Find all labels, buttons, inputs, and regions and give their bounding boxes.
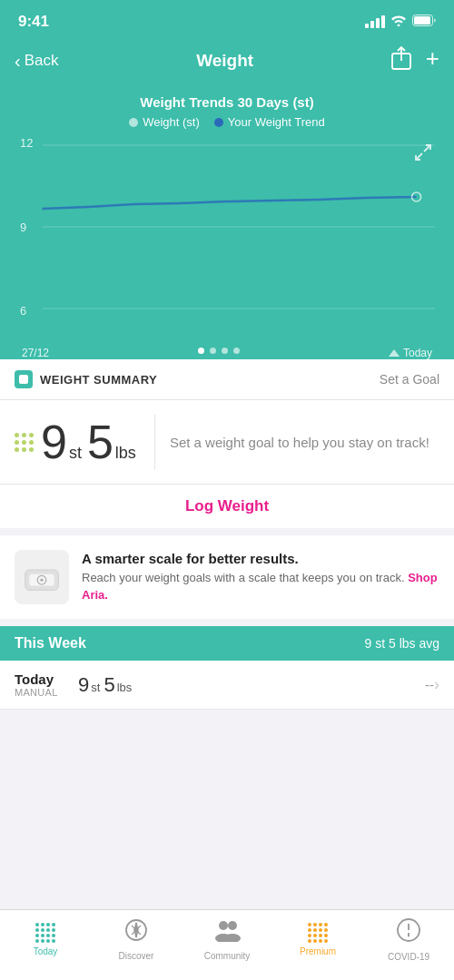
day-bmi: -- [425,677,434,692]
tab-premium-label: Premium [300,946,336,956]
x-label-end: Today [403,347,432,359]
log-weight-section: Log Weight [0,485,454,535]
x-dot-3 [222,348,228,354]
tab-discover-label: Discover [119,951,154,961]
weight-st-unit: st [69,444,82,463]
premium-icon [308,923,328,943]
community-icon [213,918,241,947]
weight-summary-content: 9 st 5 lbs Set a weight goal to help you… [0,400,454,485]
scale-ad: A smarter scale for better results. Reac… [0,535,454,626]
x-dot-1 [198,348,204,354]
x-dot-2 [210,348,216,354]
nav-actions: + [391,46,439,75]
back-chevron-icon: ‹ [15,51,21,72]
set-goal-button[interactable]: Set a Goal [380,372,439,387]
status-icons [365,14,436,30]
back-label: Back [25,52,59,70]
wifi-icon [390,15,407,29]
day-weight-st: 9 [78,673,89,697]
battery-icon [412,14,436,30]
day-name: Today [15,671,78,687]
svg-line-8 [424,145,430,152]
status-bar: 9:41 [0,0,454,40]
chart-y-labels: 12 9 6 [15,136,38,318]
nav-title: Weight [196,51,253,71]
x-dot-4 [233,348,240,354]
status-time: 9:41 [18,13,49,31]
tab-bar: Today Discover C [0,909,454,980]
chart-x-row: 27/12 Today [15,345,439,359]
chart-container: 12 9 6 [15,136,439,345]
tab-covid[interactable]: COVID-19 [363,917,454,962]
this-week-title: This Week [15,635,86,652]
day-weight-lbs-unit: lbs [117,681,133,694]
discover-icon [124,918,148,947]
tab-community[interactable]: Community [182,918,272,961]
svg-line-9 [416,153,422,160]
log-weight-button[interactable]: Log Weight [185,497,269,514]
weight-current: 9 st 5 lbs [15,418,136,466]
svg-point-21 [228,921,237,930]
section-icon [15,370,33,388]
day-weight: 9 st 5 lbs [78,673,410,697]
x-pagination-dots [198,348,240,359]
x-label-start: 27/12 [22,347,49,359]
section-header-left: WEIGHT SUMMARY [15,370,157,388]
chart-area: Weight Trends 30 Days (st) Weight (st) Y… [0,85,454,359]
scale-body: Reach your weight goals with a scale tha… [82,570,439,603]
nav-bar: ‹ Back Weight + [0,40,454,85]
tab-premium[interactable]: Premium [272,923,363,956]
back-button[interactable]: ‹ Back [15,51,58,72]
chart-svg [15,136,439,318]
svg-rect-10 [19,375,28,384]
today-icon [35,923,55,943]
svg-point-20 [219,921,228,930]
tab-community-label: Community [204,951,251,961]
divider [154,415,155,469]
legend-trend-label: Your Weight Trend [228,115,325,129]
legend-weight: Weight (st) [129,115,200,129]
scroll-up-icon [389,349,400,357]
legend-weight-dot [129,118,138,127]
day-weight-st-unit: st [91,681,100,694]
day-row-today[interactable]: Today MANUAL 9 st 5 lbs -- › [0,661,454,710]
this-week-avg: 9 st 5 lbs avg [365,636,440,651]
tab-today-label: Today [34,946,58,956]
add-icon[interactable]: + [426,46,439,75]
signal-icon [365,15,385,28]
expand-icon[interactable] [414,143,432,166]
legend-trend-dot [214,118,223,127]
day-type: MANUAL [15,687,78,698]
tab-today[interactable]: Today [0,923,91,956]
this-week-header: This Week 9 st 5 lbs avg [0,626,454,661]
chart-title: Weight Trends 30 Days (st) [15,94,439,110]
weight-goal-text: Set a weight goal to help you stay on tr… [170,433,439,452]
legend-trend: Your Weight Trend [214,115,325,129]
chart-legend: Weight (st) Your Weight Trend [15,115,439,129]
scale-headline: A smarter scale for better results. [82,551,439,566]
scale-text: A smarter scale for better results. Reac… [82,551,439,603]
tab-covid-label: COVID-19 [388,952,429,962]
weight-summary-header: WEIGHT SUMMARY Set a Goal [0,359,454,400]
share-icon[interactable] [391,46,411,75]
row-chevron-icon: › [434,675,439,694]
svg-rect-1 [414,16,430,24]
tab-discover[interactable]: Discover [91,918,182,961]
legend-weight-label: Weight (st) [143,115,200,129]
y-label-9: 9 [20,220,33,234]
covid-icon [396,917,421,948]
scale-image [15,550,69,604]
content-spacer [0,710,454,764]
scale-svg [24,559,60,595]
day-weight-lbs: 5 [104,673,114,697]
weight-st-value: 9 [41,418,67,466]
fitbit-logo-dots [15,433,34,452]
y-label-12: 12 [20,136,33,150]
svg-point-14 [40,579,43,582]
y-label-6: 6 [20,304,33,318]
svg-marker-19 [135,930,138,937]
svg-point-27 [408,936,410,937]
svg-marker-18 [135,923,138,930]
weight-lbs-value: 5 [87,418,114,466]
section-title: WEIGHT SUMMARY [40,373,157,387]
